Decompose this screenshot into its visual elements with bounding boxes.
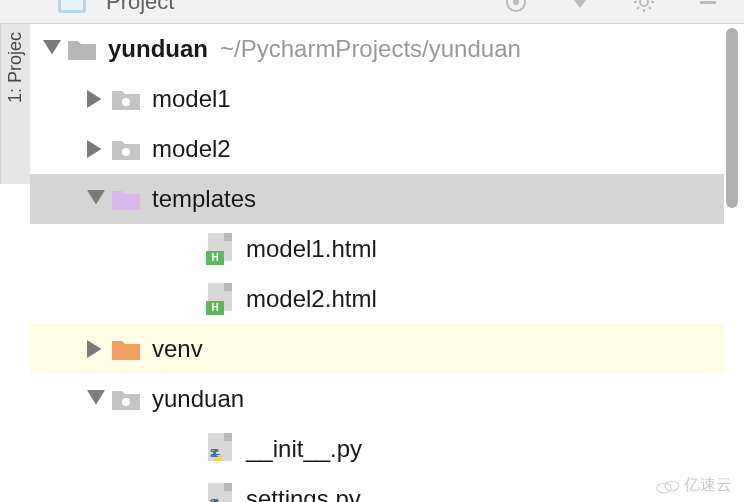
tree-item-settings-py[interactable]: settings.py: [30, 474, 724, 502]
svg-point-10: [122, 98, 130, 106]
chevron-down-icon[interactable]: [82, 185, 110, 213]
tree-item-label: __init__.py: [246, 435, 362, 463]
tree-item-venv[interactable]: venv: [30, 324, 724, 374]
svg-rect-1: [61, 0, 83, 10]
collapse-icon[interactable]: [568, 0, 592, 20]
chevron-right-icon[interactable]: [82, 335, 110, 363]
target-icon[interactable]: [504, 0, 528, 20]
svg-marker-13: [87, 190, 105, 204]
side-tab-label: 1: Projec: [5, 32, 26, 103]
tree-item-init-py[interactable]: __init__.py: [30, 424, 724, 474]
package-folder-icon: [110, 133, 142, 165]
watermark: 亿速云: [656, 475, 732, 496]
svg-point-3: [513, 0, 519, 5]
svg-point-19: [657, 483, 671, 493]
tree-item-label: templates: [152, 185, 256, 213]
svg-marker-11: [87, 140, 101, 158]
tree-item-label: model1.html: [246, 235, 377, 263]
svg-rect-7: [700, 1, 716, 4]
svg-marker-9: [87, 90, 101, 108]
root-name: yunduan: [108, 35, 208, 63]
topbar-title: Project: [56, 0, 174, 18]
venv-folder-icon: [110, 333, 142, 365]
root-path: ~/PycharmProjects/yunduan: [220, 35, 521, 63]
svg-point-20: [665, 481, 679, 491]
tree-item-yunduan-pkg[interactable]: yunduan: [30, 374, 724, 424]
watermark-text: 亿速云: [684, 475, 732, 496]
svg-marker-8: [43, 40, 61, 54]
templates-folder-icon: [110, 183, 142, 215]
svg-point-18: [212, 500, 214, 502]
tree-item-label: settings.py: [246, 485, 361, 502]
tree-item-model1-html[interactable]: H model1.html: [30, 224, 724, 274]
svg-marker-5: [574, 0, 586, 8]
html-file-icon: H: [204, 233, 236, 265]
tree-item-label: model1: [152, 85, 231, 113]
side-tab-project[interactable]: 1: Projec: [0, 24, 30, 184]
chevron-right-icon[interactable]: [82, 135, 110, 163]
svg-point-12: [122, 148, 130, 156]
hide-icon[interactable]: [696, 0, 720, 20]
project-tree: yunduan ~/PycharmProjects/yunduan model1…: [30, 24, 724, 502]
svg-point-17: [212, 450, 214, 452]
tree-item-label: yunduan: [152, 385, 244, 413]
chevron-down-icon[interactable]: [82, 385, 110, 413]
python-file-icon: [204, 483, 236, 502]
tree-item-label: model2.html: [246, 285, 377, 313]
tree-item-label: venv: [152, 335, 203, 363]
tree-item-model2[interactable]: model2: [30, 124, 724, 174]
topbar-icons: [504, 0, 720, 20]
tree-item-label: model2: [152, 135, 231, 163]
folder-icon: [66, 33, 98, 65]
project-icon: [56, 0, 88, 18]
svg-point-16: [122, 398, 130, 406]
tree-item-templates[interactable]: templates: [30, 174, 724, 224]
package-folder-icon: [110, 83, 142, 115]
chevron-down-icon[interactable]: [38, 35, 66, 63]
python-file-icon: [204, 433, 236, 465]
topbar: Project: [0, 0, 744, 24]
chevron-right-icon[interactable]: [82, 85, 110, 113]
tree-item-model1[interactable]: model1: [30, 74, 724, 124]
scrollbar[interactable]: [726, 28, 738, 208]
svg-marker-14: [87, 340, 101, 358]
tree-item-model2-html[interactable]: H model2.html: [30, 274, 724, 324]
tree-root[interactable]: yunduan ~/PycharmProjects/yunduan: [30, 24, 724, 74]
gear-icon[interactable]: [632, 0, 656, 20]
topbar-title-text: Project: [106, 0, 174, 15]
svg-marker-15: [87, 390, 105, 404]
html-file-icon: H: [204, 283, 236, 315]
svg-point-6: [640, 0, 648, 6]
package-folder-icon: [110, 383, 142, 415]
